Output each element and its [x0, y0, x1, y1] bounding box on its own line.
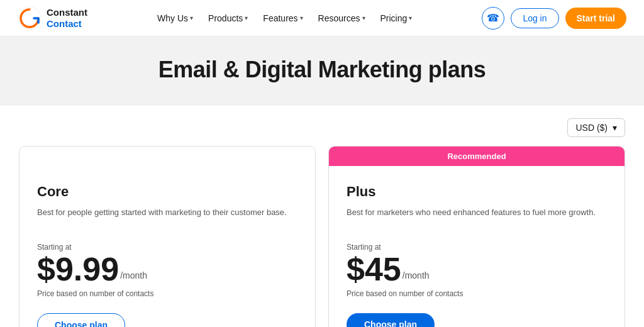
plus-plan-description: Best for marketers who need enhanced fea…: [347, 206, 607, 230]
core-plan-title: Core: [37, 184, 297, 200]
plus-starting-at-label: Starting at: [347, 243, 607, 252]
plus-price-note: Price based on number of contacts: [347, 289, 607, 298]
start-trial-button[interactable]: Start trial: [565, 8, 626, 29]
core-price: $9.99: [37, 253, 119, 285]
plus-plan-card: Recommended Plus Best for marketers who …: [328, 146, 625, 327]
nav-pricing[interactable]: Pricing ▾: [374, 8, 419, 28]
core-card-body: Core Best for people getting started wit…: [19, 166, 315, 327]
logo-icon: [18, 6, 42, 30]
core-choose-plan-button[interactable]: Choose plan: [37, 313, 125, 327]
phone-icon: ☎: [487, 12, 499, 24]
hero-title: Email & Digital Marketing plans: [13, 57, 631, 83]
plus-card-body: Plus Best for marketers who need enhance…: [329, 166, 625, 327]
main-nav: Why Us ▾ Products ▾ Features ▾ Resources…: [151, 8, 418, 28]
plus-price-row: $45 /month: [347, 253, 607, 285]
phone-button[interactable]: ☎: [482, 7, 504, 30]
plus-choose-plan-button[interactable]: Choose plan: [347, 313, 435, 327]
plus-price-unit: /month: [402, 270, 430, 280]
login-button[interactable]: Log in: [511, 8, 558, 28]
chevron-down-icon: ▾: [613, 123, 617, 133]
main-content: USD ($) ▾ Recommended Core Best for peop…: [0, 106, 644, 327]
hero-section: Email & Digital Marketing plans: [0, 36, 644, 106]
header-actions: ☎ Log in Start trial: [482, 7, 626, 30]
pricing-cards: Recommended Core Best for people getting…: [19, 146, 625, 327]
core-price-unit: /month: [120, 270, 147, 280]
chevron-down-icon: ▾: [362, 14, 365, 21]
nav-resources[interactable]: Resources ▾: [312, 8, 372, 28]
chevron-down-icon: ▾: [245, 14, 248, 21]
currency-label: USD ($): [575, 123, 608, 133]
chevron-down-icon: ▾: [300, 14, 303, 21]
core-price-note: Price based on number of contacts: [37, 289, 297, 298]
recommended-badge: Recommended: [329, 147, 625, 166]
logo-text: Constant Contact: [47, 7, 87, 29]
core-price-row: $9.99 /month: [37, 253, 297, 285]
plus-plan-title: Plus: [347, 184, 607, 200]
plus-price: $45: [347, 253, 401, 285]
nav-features[interactable]: Features ▾: [257, 8, 309, 28]
currency-selector[interactable]: USD ($) ▾: [567, 118, 625, 137]
core-plan-card: Recommended Core Best for people getting…: [19, 146, 316, 327]
currency-row: USD ($) ▾: [19, 118, 625, 137]
chevron-down-icon: ▾: [190, 14, 193, 21]
chevron-down-icon: ▾: [409, 14, 412, 21]
core-plan-description: Best for people getting started with mar…: [37, 206, 297, 230]
nav-products[interactable]: Products ▾: [202, 8, 254, 28]
core-starting-at-label: Starting at: [37, 243, 297, 252]
logo[interactable]: Constant Contact: [18, 6, 87, 30]
nav-why-us[interactable]: Why Us ▾: [151, 8, 199, 28]
